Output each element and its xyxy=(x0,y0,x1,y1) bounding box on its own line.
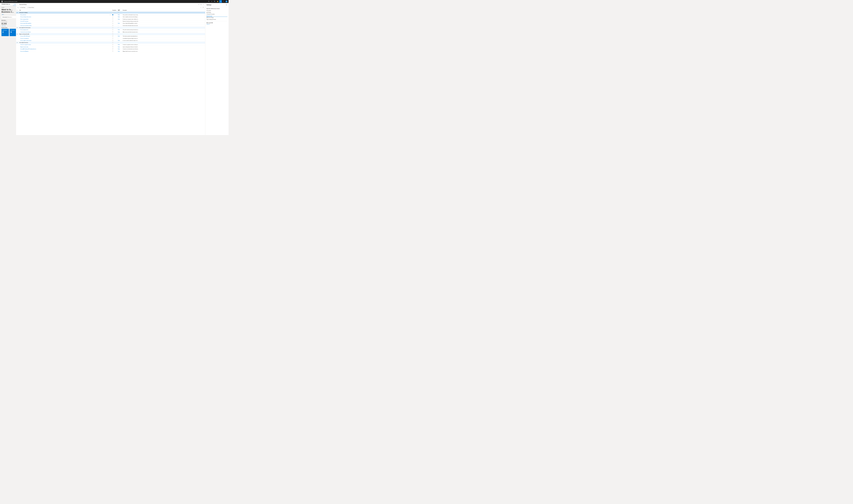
sales-quotes-tile[interactable]: Sales Quotes 2 > xyxy=(1,29,9,36)
setup-item-link[interactable]: Process Consolidations xyxy=(20,38,29,39)
group-checkbox-group4[interactable] xyxy=(112,42,113,43)
kebab-menu[interactable] xyxy=(109,29,110,31)
bell-icon[interactable]: 🔔 xyxy=(216,0,219,3)
avatar-button[interactable]: KP xyxy=(225,0,228,3)
item-checkbox[interactable] xyxy=(112,49,113,50)
item-checkbox[interactable] xyxy=(112,38,113,39)
learn-more-link[interactable]: Read xyxy=(118,29,120,30)
setup-item-link[interactable]: Enter company details xyxy=(20,19,28,19)
item-checkbox[interactable] xyxy=(112,36,113,37)
kebab-menu[interactable] xyxy=(109,21,110,22)
item-checkbox[interactable] xyxy=(112,40,113,41)
kebab-menu[interactable] xyxy=(109,40,110,41)
view-all-link[interactable]: View all xyxy=(207,24,209,25)
setup-item-link[interactable]: Set up DIOT reporting xyxy=(20,21,28,22)
settings-link-company-information[interactable]: Company information xyxy=(207,13,227,15)
setup-item-link[interactable]: Set up Copilot & AI capabilities xyxy=(20,23,31,24)
learn-more-link[interactable]: Read xyxy=(118,31,120,32)
kebab-menu[interactable] xyxy=(109,51,110,52)
kebab-menu[interactable] xyxy=(109,38,110,39)
group-row-group3[interactable]: ▼ Report on financial health – xyxy=(16,33,205,35)
learn-more-link[interactable]: Read xyxy=(118,14,120,15)
search-icon[interactable]: 🔍 xyxy=(213,0,216,3)
back-button[interactable]: ← xyxy=(17,3,19,5)
carousel-dot-2[interactable] xyxy=(2,14,3,15)
setup-item-link[interactable]: Connect to a payment service xyxy=(20,44,31,45)
item-checkbox[interactable] xyxy=(112,23,113,24)
item-checkbox[interactable] xyxy=(112,44,113,45)
item-checkbox[interactable] xyxy=(112,46,113,47)
setup-item-link[interactable]: Set up sales tax xyxy=(20,14,26,15)
apps-grid-button[interactable] xyxy=(1,0,3,3)
expand-icon[interactable]: ↗ xyxy=(202,3,205,5)
learn-more-link[interactable]: Read xyxy=(118,46,120,47)
item-checkbox[interactable] xyxy=(112,25,113,26)
group-toggle-group4[interactable]: ▼ xyxy=(17,42,17,43)
group-row-group2[interactable]: ▼ Get ready for the first invoice – xyxy=(16,26,205,29)
item-checkbox[interactable]: ✓ xyxy=(112,15,113,15)
setup-item-link[interactable]: Set up an IRS 1096 feature xyxy=(20,36,30,37)
group-expand-cell[interactable]: ▼ xyxy=(16,41,19,43)
settings-link-page-scripting[interactable]: Page scripting (Preview) xyxy=(207,19,227,20)
group-row-group4[interactable]: ▼ Get ready for business – xyxy=(16,41,205,43)
kebab-menu[interactable] xyxy=(109,31,110,33)
kebab-menu[interactable] xyxy=(109,36,110,37)
table-container[interactable]: ⇕ Title Completed Learn more Description… xyxy=(16,9,205,135)
gear-icon[interactable]: ⚙ xyxy=(219,0,222,3)
setup-item-link[interactable]: Set up AMC Banking 365 Fundamentals ext.… xyxy=(20,49,36,50)
kebab-menu[interactable] xyxy=(109,19,110,20)
start-setup-button[interactable]: ▶ Start Setup xyxy=(19,7,26,8)
group-checkbox-group1[interactable] xyxy=(112,12,113,13)
group-toggle-group3[interactable]: ▼ xyxy=(17,34,17,35)
learn-more-link[interactable]: Read xyxy=(118,23,120,24)
settings-link-assisted-setup[interactable]: Assisted setup xyxy=(207,15,227,17)
kebab-menu[interactable] xyxy=(109,23,110,24)
setup-item-link[interactable]: Customize document layouts xyxy=(20,31,31,32)
learn-more-link[interactable]: Read xyxy=(118,19,120,19)
learn-more-link[interactable]: Read xyxy=(118,40,120,41)
item-checkbox[interactable] xyxy=(112,19,113,19)
group-toggle-group2[interactable]: ▼ xyxy=(17,27,17,28)
learn-more-link[interactable]: Read xyxy=(118,51,120,52)
general-videos-button[interactable]: ⓘ General Videos xyxy=(26,6,35,8)
kebab-menu[interactable] xyxy=(109,17,110,18)
group-expand-cell[interactable]: ▼ xyxy=(16,12,19,14)
help-icon[interactable]: ? xyxy=(222,0,225,3)
kebab-menu[interactable] xyxy=(109,25,110,26)
group-checkbox-group3[interactable] xyxy=(112,34,113,34)
item-checkbox[interactable] xyxy=(112,51,113,52)
group-row-group1[interactable]: ▼ Set up your company – xyxy=(16,12,205,14)
share-icon[interactable]: ⇓ xyxy=(210,0,213,3)
setup-item-link[interactable]: Set up Cloud Migration xyxy=(20,51,29,52)
item-checkbox[interactable] xyxy=(112,17,113,17)
group-expand-cell[interactable]: ▼ xyxy=(16,33,19,35)
kebab-menu[interactable] xyxy=(109,48,110,50)
learn-more-link[interactable]: Read xyxy=(118,49,120,50)
item-checkbox[interactable] xyxy=(112,31,113,32)
settings-link-personalise[interactable]: Personalise xyxy=(207,10,227,12)
learn-more-link[interactable]: Read xyxy=(118,36,120,37)
close-settings-button[interactable]: ✕ xyxy=(226,4,228,6)
setup-item-link[interactable]: Set up a digital voucher feature xyxy=(20,40,31,41)
item-checkbox[interactable] xyxy=(112,29,113,30)
setup-item-link[interactable]: Fetch users from Microsoft 365 xyxy=(20,25,31,26)
learn-more-link[interactable]: Read xyxy=(118,17,120,17)
settings-link-my-settings[interactable]: My Settings xyxy=(207,12,227,14)
setup-item-link[interactable]: Migrate business data xyxy=(20,46,28,47)
filter-icon[interactable]: ☰ xyxy=(202,6,205,8)
group-checkbox-group2[interactable] xyxy=(112,27,113,28)
settings-link-advanced-settings[interactable]: Advanced settings xyxy=(207,17,227,19)
carousel-dot-1[interactable] xyxy=(1,14,2,15)
kebab-menu[interactable]: ⋮ xyxy=(109,14,111,15)
group-expand-cell[interactable]: ▼ xyxy=(16,26,19,29)
setup-item-link[interactable]: Set up outgoing email xyxy=(20,29,28,30)
group-toggle-group1[interactable]: ▼ xyxy=(17,12,17,13)
external-link-icon[interactable]: ⧉ xyxy=(200,3,202,5)
kebab-menu[interactable] xyxy=(109,44,110,46)
search-button[interactable]: 🔍 xyxy=(17,6,19,8)
bookmark-icon[interactable]: ☍ xyxy=(198,3,200,5)
setup-item-link[interactable]: Set up exchange rates service xyxy=(20,17,31,17)
share-icon[interactable]: ↗ xyxy=(200,6,202,8)
item-checkbox[interactable] xyxy=(112,21,113,21)
learn-more-link[interactable]: Read xyxy=(118,44,120,45)
